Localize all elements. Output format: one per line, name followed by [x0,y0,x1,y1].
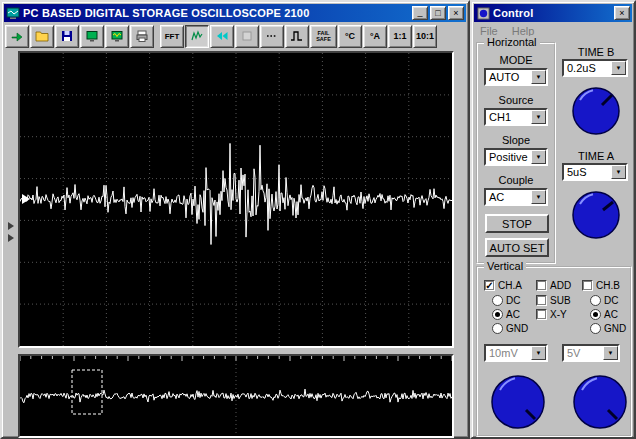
dropdown-arrow-icon[interactable]: ▼ [531,70,546,84]
ch-b-dc-label: DC [604,295,618,306]
probe-1-1-button[interactable]: 1:1 [388,25,412,48]
checkbox-box [536,295,547,306]
disabled-frame-icon [240,29,254,43]
ch-a-dc-radio[interactable]: DC [492,295,520,306]
ch-b-gnd-radio[interactable]: GND [590,323,626,334]
slope-value: Positive [486,150,531,164]
dropdown-arrow-icon[interactable]: ▼ [531,150,546,164]
main-titlebar[interactable]: PC BASED DIGITAL STORAGE OSCILLOSCOPE 21… [4,4,466,22]
mode-select[interactable]: AUTO ▼ [484,68,548,86]
volts-b-knob[interactable] [572,374,628,430]
degrees-a-button[interactable]: °A [363,25,387,48]
double-left-arrow-icon [215,29,229,43]
time-b-value: 0.2uS [564,61,611,75]
overview-waveform-svg [20,356,452,436]
dotted-line-button[interactable] [260,25,284,48]
fail-safe-button[interactable]: FAIL SAFE [310,25,337,48]
volts-b-select[interactable]: 5V ▼ [562,344,620,362]
run-button[interactable] [5,25,29,48]
time-b-knob[interactable] [571,86,621,136]
dropdown-arrow-icon[interactable]: ▼ [531,346,546,360]
radio-circle [590,323,601,334]
xy-label: X-Y [550,309,567,320]
overview-waveform-display[interactable] [18,354,454,438]
menu-file[interactable]: File [480,25,498,37]
degrees-c-label: °C [345,31,355,41]
probe-10-1-button[interactable]: 10:1 [413,25,437,48]
control-titlebar[interactable]: Control × [474,4,632,22]
ch-b-ac-radio[interactable]: AC [590,309,618,320]
source-select[interactable]: CH1 ▼ [484,108,548,126]
control-title: Control [493,7,614,19]
dropdown-arrow-icon[interactable]: ▼ [531,110,546,124]
slope-select[interactable]: Positive ▼ [484,148,548,166]
screen-capture-icon [85,29,99,43]
square-wave-icon [290,29,304,43]
sub-label: SUB [550,295,571,306]
capture-b-button[interactable] [105,25,129,48]
couple-select[interactable]: AC ▼ [484,188,548,206]
grid-button[interactable] [235,25,259,48]
add-label: ADD [550,280,571,291]
vertical-group-label: Vertical [484,260,526,272]
open-button[interactable] [30,25,54,48]
checkbox-box [582,280,593,291]
auto-set-button[interactable]: AUTO SET [485,238,549,257]
channel-position-strip [4,50,18,350]
fft-button[interactable]: FFT [160,25,184,48]
spectrum-button[interactable] [185,25,209,48]
ch-a-label: CH.A [498,280,522,291]
radio-dot [593,312,598,317]
radio-circle [492,309,503,320]
checkbox-box [536,280,547,291]
ch-b-checkbox[interactable]: CH.B [582,280,620,291]
print-button[interactable] [130,25,154,48]
vertical-group: Vertical ✓ CH.A ADD CH.B DC SUB [476,266,632,437]
add-checkbox[interactable]: ADD [536,280,571,291]
horizontal-group: Horizontal MODE AUTO ▼ Source CH1 ▼ Slop… [476,42,556,264]
volts-a-knob[interactable] [490,374,546,430]
ch-a-gnd-radio[interactable]: GND [492,323,528,334]
ch-b-position-marker[interactable] [8,234,14,242]
window-title: PC BASED DIGITAL STORAGE OSCILLOSCOPE 21… [23,7,412,19]
ch-a-checkbox[interactable]: ✓ CH.A [484,280,522,291]
xy-checkbox[interactable]: X-Y [536,309,567,320]
maximize-button[interactable]: □ [430,6,446,20]
dropdown-arrow-icon[interactable]: ▼ [603,346,618,360]
sub-checkbox[interactable]: SUB [536,295,571,306]
mode-label: MODE [478,54,554,66]
time-a-select[interactable]: 5uS ▼ [562,163,628,181]
capture-a-button[interactable] [80,25,104,48]
time-a-value: 5uS [564,165,611,179]
fail-safe-label: FAIL SAFE [313,30,335,42]
printer-icon [135,29,149,43]
volts-a-select[interactable]: 10mV ▼ [484,344,548,362]
ch-a-ac-label: AC [506,309,520,320]
square-wave-button[interactable] [285,25,309,48]
control-close-button[interactable]: × [614,6,630,20]
undo-button[interactable] [210,25,234,48]
radio-circle [492,323,503,334]
dropdown-arrow-icon[interactable]: ▼ [611,61,626,75]
time-a-knob[interactable] [571,190,621,240]
time-b-select[interactable]: 0.2uS ▼ [562,59,628,77]
window-controls: _ □ × [412,6,464,20]
stop-button[interactable]: STOP [485,214,549,233]
volts-b-value: 5V [564,346,603,360]
ch-b-dc-radio[interactable]: DC [590,295,618,306]
trigger-level-marker[interactable] [22,194,30,204]
degrees-c-button[interactable]: °C [338,25,362,48]
probe-1-1-label: 1:1 [393,31,406,41]
radio-dot [495,312,500,317]
dropdown-arrow-icon[interactable]: ▼ [611,165,626,179]
close-button[interactable]: × [448,6,464,20]
volts-a-value: 10mV [486,346,531,360]
menu-help[interactable]: Help [512,25,535,37]
spectrum-icon [190,29,204,43]
dropdown-arrow-icon[interactable]: ▼ [531,190,546,204]
ch-a-ac-radio[interactable]: AC [492,309,520,320]
minimize-button[interactable]: _ [412,6,428,20]
ch-a-position-marker[interactable] [8,222,14,230]
close-icon: × [453,9,458,18]
save-button[interactable] [55,25,79,48]
